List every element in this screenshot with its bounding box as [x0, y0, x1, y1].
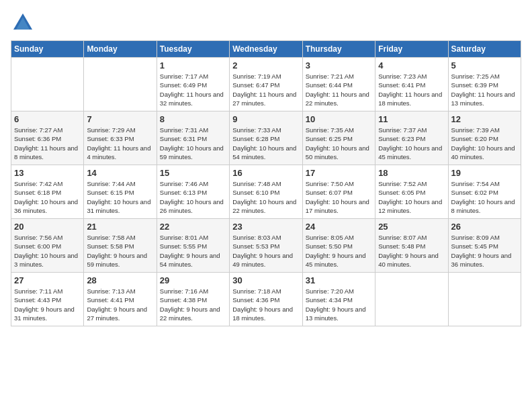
day-number: 11 — [378, 114, 445, 124]
header-sunday: Sunday — [11, 41, 84, 58]
calendar-cell: 9Sunrise: 7:33 AM Sunset: 6:28 PM Daylig… — [230, 111, 302, 165]
calendar-cell: 2Sunrise: 7:19 AM Sunset: 6:47 PM Daylig… — [230, 58, 302, 111]
day-info: Sunrise: 7:48 AM Sunset: 6:10 PM Dayligh… — [232, 179, 299, 215]
calendar-cell: 4Sunrise: 7:23 AM Sunset: 6:41 PM Daylig… — [375, 58, 448, 111]
day-number: 23 — [232, 222, 299, 232]
week-row-2: 13Sunrise: 7:42 AM Sunset: 6:18 PM Dayli… — [11, 165, 521, 219]
calendar-cell: 16Sunrise: 7:48 AM Sunset: 6:10 PM Dayli… — [230, 165, 302, 219]
day-number: 25 — [378, 222, 445, 232]
header-wednesday: Wednesday — [230, 41, 302, 58]
day-info: Sunrise: 8:05 AM Sunset: 5:50 PM Dayligh… — [306, 233, 372, 269]
day-info: Sunrise: 7:13 AM Sunset: 4:41 PM Dayligh… — [87, 287, 153, 322]
calendar-cell: 11Sunrise: 7:37 AM Sunset: 6:23 PM Dayli… — [375, 111, 448, 165]
calendar-cell: 29Sunrise: 7:16 AM Sunset: 4:38 PM Dayli… — [157, 273, 229, 326]
day-number: 31 — [306, 275, 372, 285]
week-row-1: 6Sunrise: 7:27 AM Sunset: 6:36 PM Daylig… — [11, 111, 521, 165]
calendar-table: SundayMondayTuesdayWednesdayThursdayFrid… — [11, 40, 521, 326]
day-info: Sunrise: 7:33 AM Sunset: 6:28 PM Dayligh… — [232, 126, 299, 161]
day-info: Sunrise: 7:23 AM Sunset: 6:41 PM Dayligh… — [378, 72, 445, 107]
day-info: Sunrise: 7:19 AM Sunset: 6:47 PM Dayligh… — [232, 72, 299, 107]
calendar-cell: 23Sunrise: 8:03 AM Sunset: 5:53 PM Dayli… — [230, 219, 302, 273]
header-tuesday: Tuesday — [157, 41, 229, 58]
day-info: Sunrise: 7:25 AM Sunset: 6:39 PM Dayligh… — [451, 72, 518, 107]
day-info: Sunrise: 7:11 AM Sunset: 4:43 PM Dayligh… — [14, 287, 81, 322]
day-info: Sunrise: 7:20 AM Sunset: 4:34 PM Dayligh… — [306, 287, 372, 322]
day-info: Sunrise: 7:29 AM Sunset: 6:33 PM Dayligh… — [87, 126, 153, 161]
day-info: Sunrise: 7:42 AM Sunset: 6:18 PM Dayligh… — [14, 179, 81, 215]
calendar-cell: 24Sunrise: 8:05 AM Sunset: 5:50 PM Dayli… — [302, 219, 375, 273]
calendar-header-row: SundayMondayTuesdayWednesdayThursdayFrid… — [11, 41, 521, 58]
header-thursday: Thursday — [302, 41, 375, 58]
calendar-cell: 8Sunrise: 7:31 AM Sunset: 6:31 PM Daylig… — [157, 111, 229, 165]
calendar-cell: 7Sunrise: 7:29 AM Sunset: 6:33 PM Daylig… — [84, 111, 157, 165]
calendar-cell: 5Sunrise: 7:25 AM Sunset: 6:39 PM Daylig… — [448, 58, 521, 111]
day-number: 14 — [87, 168, 153, 178]
day-info: Sunrise: 7:35 AM Sunset: 6:25 PM Dayligh… — [306, 126, 372, 161]
day-info: Sunrise: 7:44 AM Sunset: 6:15 PM Dayligh… — [87, 179, 153, 215]
calendar-cell: 6Sunrise: 7:27 AM Sunset: 6:36 PM Daylig… — [11, 111, 84, 165]
day-info: Sunrise: 7:18 AM Sunset: 4:36 PM Dayligh… — [232, 287, 299, 322]
day-number: 16 — [232, 168, 299, 178]
day-number: 28 — [87, 275, 153, 285]
day-number: 30 — [232, 275, 299, 285]
day-info: Sunrise: 7:54 AM Sunset: 6:02 PM Dayligh… — [451, 179, 518, 215]
calendar-cell: 30Sunrise: 7:18 AM Sunset: 4:36 PM Dayli… — [230, 273, 302, 326]
day-number: 4 — [378, 60, 445, 71]
calendar-cell: 21Sunrise: 7:58 AM Sunset: 5:58 PM Dayli… — [84, 219, 157, 273]
day-number: 13 — [14, 168, 81, 178]
day-number: 19 — [451, 168, 518, 178]
day-number: 6 — [14, 114, 81, 124]
calendar-cell: 31Sunrise: 7:20 AM Sunset: 4:34 PM Dayli… — [302, 273, 375, 326]
day-number: 26 — [451, 222, 518, 232]
day-number: 5 — [451, 60, 518, 71]
day-info: Sunrise: 7:21 AM Sunset: 6:44 PM Dayligh… — [306, 72, 372, 107]
day-info: Sunrise: 8:01 AM Sunset: 5:55 PM Dayligh… — [160, 233, 226, 269]
day-number: 9 — [232, 114, 299, 124]
day-info: Sunrise: 8:09 AM Sunset: 5:45 PM Dayligh… — [451, 233, 518, 269]
calendar-cell — [375, 273, 448, 326]
day-info: Sunrise: 7:27 AM Sunset: 6:36 PM Dayligh… — [14, 126, 81, 161]
calendar-cell: 25Sunrise: 8:07 AM Sunset: 5:48 PM Dayli… — [375, 219, 448, 273]
day-number: 1 — [160, 60, 226, 71]
day-info: Sunrise: 7:39 AM Sunset: 6:20 PM Dayligh… — [451, 126, 518, 161]
calendar-cell: 20Sunrise: 7:56 AM Sunset: 6:00 PM Dayli… — [11, 219, 84, 273]
calendar-cell: 17Sunrise: 7:50 AM Sunset: 6:07 PM Dayli… — [302, 165, 375, 219]
day-info: Sunrise: 7:31 AM Sunset: 6:31 PM Dayligh… — [160, 126, 226, 161]
calendar-cell: 14Sunrise: 7:44 AM Sunset: 6:15 PM Dayli… — [84, 165, 157, 219]
day-info: Sunrise: 7:37 AM Sunset: 6:23 PM Dayligh… — [378, 126, 445, 161]
header-friday: Friday — [375, 41, 448, 58]
calendar-cell: 13Sunrise: 7:42 AM Sunset: 6:18 PM Dayli… — [11, 165, 84, 219]
day-number: 3 — [306, 60, 372, 71]
day-info: Sunrise: 7:50 AM Sunset: 6:07 PM Dayligh… — [306, 179, 372, 215]
day-info: Sunrise: 7:58 AM Sunset: 5:58 PM Dayligh… — [87, 233, 153, 269]
calendar-cell: 18Sunrise: 7:52 AM Sunset: 6:05 PM Dayli… — [375, 165, 448, 219]
calendar-cell: 26Sunrise: 8:09 AM Sunset: 5:45 PM Dayli… — [448, 219, 521, 273]
day-number: 2 — [232, 60, 299, 71]
day-info: Sunrise: 7:16 AM Sunset: 4:38 PM Dayligh… — [160, 287, 226, 322]
day-number: 7 — [87, 114, 153, 124]
day-number: 22 — [160, 222, 226, 232]
logo-icon — [11, 11, 35, 35]
header-saturday: Saturday — [448, 41, 521, 58]
day-number: 21 — [87, 222, 153, 232]
calendar-cell: 15Sunrise: 7:46 AM Sunset: 6:13 PM Dayli… — [157, 165, 229, 219]
day-number: 12 — [451, 114, 518, 124]
calendar-cell: 3Sunrise: 7:21 AM Sunset: 6:44 PM Daylig… — [302, 58, 375, 111]
calendar-cell — [448, 273, 521, 326]
day-info: Sunrise: 8:07 AM Sunset: 5:48 PM Dayligh… — [378, 233, 445, 269]
day-number: 17 — [306, 168, 372, 178]
day-number: 29 — [160, 275, 226, 285]
day-number: 27 — [14, 275, 81, 285]
calendar-cell: 12Sunrise: 7:39 AM Sunset: 6:20 PM Dayli… — [448, 111, 521, 165]
page-header — [11, 11, 521, 35]
calendar-cell: 10Sunrise: 7:35 AM Sunset: 6:25 PM Dayli… — [302, 111, 375, 165]
week-row-4: 27Sunrise: 7:11 AM Sunset: 4:43 PM Dayli… — [11, 273, 521, 326]
calendar-cell: 1Sunrise: 7:17 AM Sunset: 6:49 PM Daylig… — [157, 58, 229, 111]
week-row-3: 20Sunrise: 7:56 AM Sunset: 6:00 PM Dayli… — [11, 219, 521, 273]
logo — [11, 11, 38, 35]
day-number: 20 — [14, 222, 81, 232]
day-info: Sunrise: 7:17 AM Sunset: 6:49 PM Dayligh… — [160, 72, 226, 107]
header-monday: Monday — [84, 41, 157, 58]
day-number: 10 — [306, 114, 372, 124]
calendar-cell: 28Sunrise: 7:13 AM Sunset: 4:41 PM Dayli… — [84, 273, 157, 326]
